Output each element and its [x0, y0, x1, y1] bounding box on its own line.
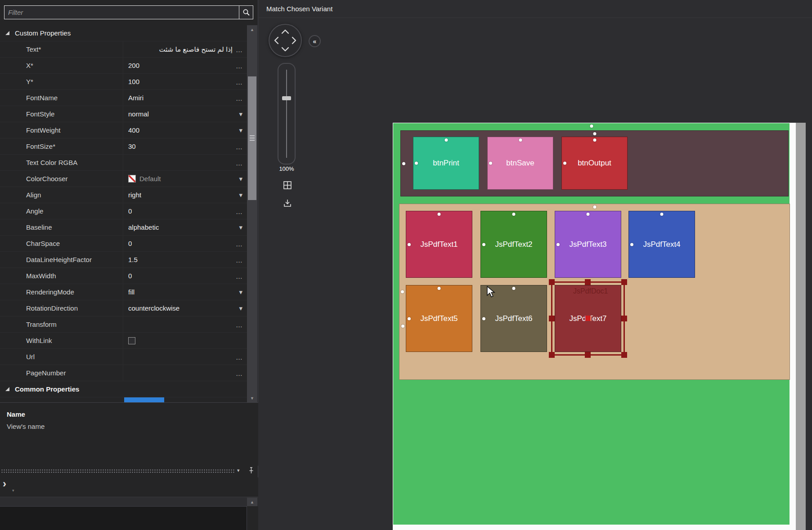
search-button[interactable] [239, 5, 253, 19]
resize-handle[interactable] [621, 279, 627, 285]
property-row[interactable]: Y* 100… [0, 74, 247, 90]
properties-scrollbar[interactable]: ▲ ▼ [247, 25, 257, 402]
panel-splitter[interactable]: ▾ [0, 466, 258, 477]
property-value[interactable]: counterclockwise▾ [123, 300, 247, 316]
ellipsis-button[interactable]: … [236, 45, 243, 53]
resize-handle[interactable] [585, 279, 591, 285]
category-custom-properties[interactable]: Custom Properties [0, 25, 247, 41]
property-value[interactable]: … [123, 349, 247, 365]
canvas-grid-container[interactable]: JsPdfText1 JsPdfText2 JsPdfText3 JsPdfTe… [399, 204, 790, 380]
ellipsis-button[interactable]: … [236, 353, 243, 361]
canvas-element-jspdfdoc[interactable]: btnPrint btnSave btnOutput [393, 123, 790, 525]
canvas-scrollbar[interactable] [796, 123, 806, 530]
dropdown-icon[interactable]: ▾ [239, 110, 243, 118]
property-row[interactable]: FontWeight 400▾ [0, 122, 247, 138]
property-row[interactable]: Url … [0, 349, 247, 365]
dropdown-icon[interactable]: ▾ [239, 288, 243, 296]
dropdown-icon[interactable]: ▾ [239, 126, 243, 134]
property-row[interactable]: Text* إذا لم تستح فاصنع ما شئت… [0, 41, 247, 58]
ellipsis-button[interactable]: … [236, 143, 243, 150]
chevron-down-icon[interactable]: ▾ [12, 488, 14, 493]
property-value[interactable]: right▾ [123, 187, 247, 203]
canvas-toolbar-container[interactable]: btnPrint btnSave btnOutput [400, 130, 789, 196]
property-row[interactable]: Baseline alphabetic▾ [0, 219, 247, 236]
property-value[interactable]: alphabetic▾ [123, 219, 247, 235]
resize-handle[interactable] [585, 352, 591, 358]
scrollbar-thumb[interactable] [248, 76, 256, 200]
property-value[interactable]: 0… [123, 236, 247, 251]
property-value[interactable]: 100… [123, 74, 247, 89]
property-row[interactable]: PageNumber … [0, 365, 247, 381]
property-row[interactable]: RotationDirection counterclockwise▾ [0, 300, 247, 316]
property-value[interactable]: 0… [123, 203, 247, 219]
scroll-up-icon[interactable]: ▲ [247, 25, 257, 34]
dropdown-icon[interactable]: ▾ [239, 223, 243, 232]
canvas-element-jspdftext1[interactable]: JsPdfText1 [406, 211, 472, 278]
ellipsis-button[interactable]: … [236, 256, 243, 263]
property-value[interactable]: 30… [123, 138, 247, 154]
canvas-element-btnoutput[interactable]: btnOutput [561, 137, 628, 190]
property-value[interactable]: Default▾ [123, 171, 247, 187]
expander-icon[interactable]: › [3, 478, 6, 489]
property-value[interactable]: … [123, 365, 247, 381]
property-row[interactable]: DataLineHeightFactor 1.5… [0, 252, 247, 268]
canvas-element-jspdftext5[interactable]: JsPdfText5 [406, 285, 472, 352]
pan-control[interactable] [269, 24, 302, 57]
ellipsis-button[interactable]: … [236, 240, 243, 247]
fit-to-screen-button[interactable] [281, 179, 294, 192]
dropdown-icon[interactable]: ▾ [239, 191, 243, 199]
canvas-element-jspdftext3[interactable]: JsPdfText3 [555, 211, 621, 278]
canvas-element-jspdftext4[interactable]: JsPdfText4 [628, 211, 695, 278]
ellipsis-button[interactable]: … [236, 369, 243, 377]
property-row[interactable]: Angle 0… [0, 203, 247, 219]
pin-icon[interactable] [248, 467, 255, 476]
ellipsis-button[interactable]: … [236, 159, 243, 166]
filter-input[interactable] [4, 5, 239, 19]
property-row[interactable]: RenderingMode fill▾ [0, 284, 247, 300]
property-row[interactable]: Transform … [0, 316, 247, 333]
property-value[interactable] [123, 333, 247, 348]
property-value[interactable]: 0… [123, 268, 247, 284]
property-value[interactable]: 1.5… [123, 252, 247, 267]
collapse-panel-button[interactable]: « [309, 35, 321, 47]
category-common-properties[interactable]: Common Properties [0, 381, 247, 397]
export-button[interactable] [281, 197, 294, 210]
property-value[interactable]: normal▾ [123, 106, 247, 122]
property-value[interactable]: 400▾ [123, 122, 247, 138]
property-row[interactable]: CharSpace 0… [0, 236, 247, 252]
property-value[interactable]: Amiri… [123, 90, 247, 106]
property-value[interactable]: 200… [123, 58, 247, 73]
splitter-grip[interactable] [1, 469, 235, 474]
resize-handle[interactable] [549, 316, 555, 321]
property-row[interactable]: MaxWidth 0… [0, 268, 247, 284]
property-row[interactable]: ColorChooser Default▾ [0, 171, 247, 187]
property-row[interactable]: FontName Amiri… [0, 90, 247, 106]
dropdown-icon[interactable]: ▾ [239, 175, 243, 183]
property-value[interactable]: … [123, 155, 247, 170]
zoom-handle[interactable] [282, 96, 291, 100]
canvas-element-btnprint[interactable]: btnPrint [413, 137, 479, 190]
ellipsis-button[interactable]: … [236, 78, 243, 85]
property-row[interactable]: X* 200… [0, 58, 247, 74]
property-row[interactable]: Text Color RGBA … [0, 155, 247, 171]
resize-handle[interactable] [621, 352, 627, 358]
dropdown-icon[interactable]: ▾ [239, 304, 243, 312]
canvas-element-btnsave[interactable]: btnSave [487, 137, 553, 190]
resize-handle[interactable] [549, 352, 555, 358]
chevron-down-icon[interactable]: ▾ [237, 468, 240, 473]
canvas-element-jspdftext2[interactable]: JsPdfText2 [480, 211, 547, 278]
property-value[interactable]: … [123, 316, 247, 332]
property-value[interactable]: إذا لم تستح فاصنع ما شئت… [123, 41, 247, 57]
scroll-down-icon[interactable]: ▼ [247, 394, 257, 402]
resize-handle[interactable] [549, 279, 555, 285]
value-editor-clipped[interactable] [124, 397, 164, 402]
resize-handle[interactable] [621, 316, 627, 321]
property-row[interactable]: Align right▾ [0, 187, 247, 203]
withlink-checkbox[interactable] [128, 337, 135, 344]
ellipsis-button[interactable]: … [236, 62, 243, 69]
zoom-slider[interactable] [278, 63, 296, 165]
scroll-up-icon[interactable]: ▲ [247, 498, 257, 506]
ellipsis-button[interactable]: … [236, 94, 243, 102]
property-value[interactable]: fill▾ [123, 284, 247, 300]
ellipsis-button[interactable]: … [236, 321, 243, 328]
